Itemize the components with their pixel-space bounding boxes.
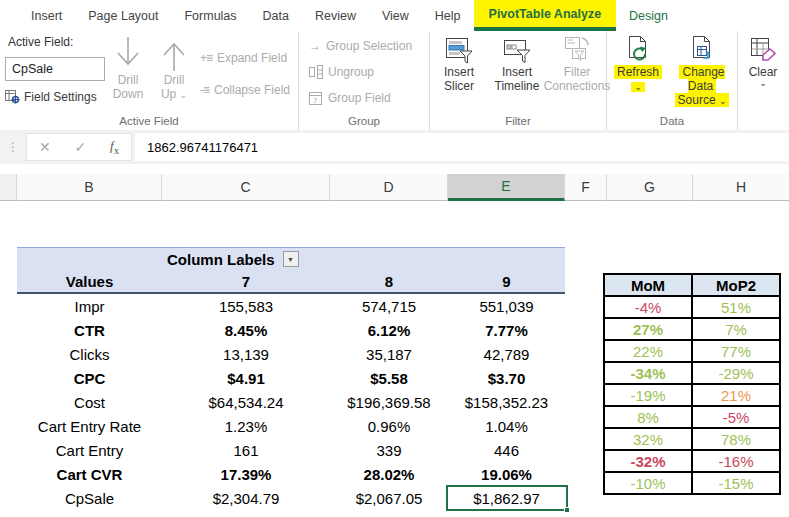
pivot-cell[interactable]: 1.23%: [162, 414, 330, 438]
delta-cell[interactable]: -10%: [604, 472, 692, 494]
pivot-cell[interactable]: 551,039: [448, 294, 565, 318]
delta-cell[interactable]: -4%: [604, 296, 692, 318]
selected-cell-outline[interactable]: [446, 485, 568, 511]
pivot-header-blank[interactable]: [17, 247, 162, 270]
delta-cell[interactable]: 32%: [604, 428, 692, 450]
pivot-cell[interactable]: 7.77%: [448, 318, 565, 342]
delta-cell[interactable]: 22%: [604, 340, 692, 362]
pivot-cell[interactable]: $5.58: [330, 366, 448, 390]
insert-function-icon[interactable]: fx: [110, 138, 119, 156]
delta-cell[interactable]: 7%: [692, 318, 780, 340]
tab-view[interactable]: View: [369, 0, 422, 31]
tab-insert[interactable]: Insert: [18, 0, 75, 31]
pivot-cell[interactable]: $196,369.58: [330, 390, 448, 414]
tab-formulas[interactable]: Formulas: [171, 0, 249, 31]
pivot-cell[interactable]: $158,352.23: [448, 390, 565, 414]
pivot-cell[interactable]: 13,139: [162, 342, 330, 366]
delta-cell[interactable]: 77%: [692, 340, 780, 362]
pivot-row-label[interactable]: Cost: [17, 390, 162, 414]
pivot-cell[interactable]: $2,067.05: [330, 486, 448, 510]
formula-bar: ⋮ ✕ ✓ fx 1862.96741176471: [0, 130, 789, 164]
expand-field-button: +≡ Expand Field: [200, 51, 287, 65]
pivot-row-label[interactable]: Cart Entry Rate: [17, 414, 162, 438]
insert-slicer-button[interactable]: Insert Slicer: [432, 35, 486, 93]
field-settings-button[interactable]: Field Settings: [5, 89, 97, 104]
column-header-D[interactable]: D: [330, 174, 448, 201]
change-data-source-button[interactable]: Change Data Source ⌄: [667, 35, 737, 107]
table-row: 22% 77%: [604, 340, 780, 362]
active-field-input[interactable]: [5, 57, 105, 81]
tab-page-layout[interactable]: Page Layout: [75, 0, 171, 31]
pivot-cell[interactable]: 17.39%: [162, 462, 330, 486]
pivot-col-key[interactable]: 9: [448, 270, 565, 294]
delta-header-mop2[interactable]: MoP2: [692, 274, 780, 296]
fill-handle[interactable]: [564, 507, 570, 513]
delta-cell[interactable]: -16%: [692, 450, 780, 472]
column-header-G[interactable]: G: [607, 174, 693, 201]
group-active-field: Active Field: Field Settings: [0, 31, 299, 130]
group-group: → Group Selection Ungroup 7: [299, 31, 430, 130]
pivot-cell[interactable]: 574,715: [330, 294, 448, 318]
pivot-cell[interactable]: 8.45%: [162, 318, 330, 342]
clear-button[interactable]: Clear ⌄: [741, 35, 785, 88]
pivot-col-key[interactable]: 8: [330, 270, 448, 294]
chevron-down-icon: ⌄: [719, 96, 727, 106]
pivot-cell[interactable]: $64,534.24: [162, 390, 330, 414]
pivot-cell[interactable]: 42,789: [448, 342, 565, 366]
pivot-cell[interactable]: 1.04%: [448, 414, 565, 438]
tab-data[interactable]: Data: [250, 0, 302, 31]
pivot-cell[interactable]: 6.12%: [330, 318, 448, 342]
drag-handle-icon[interactable]: ⋮: [0, 140, 26, 154]
delta-header-mom[interactable]: MoM: [604, 274, 692, 296]
pivot-cell[interactable]: $3.70: [448, 366, 565, 390]
pivot-cell[interactable]: $2,304.79: [162, 486, 330, 510]
insert-timeline-button[interactable]: Insert Timeline: [486, 35, 548, 93]
tab-help[interactable]: Help: [422, 0, 474, 31]
pivot-row-label[interactable]: Cart CVR: [17, 462, 162, 486]
clear-eraser-icon: [748, 35, 778, 65]
delta-cell[interactable]: -19%: [604, 384, 692, 406]
delta-cell[interactable]: 8%: [604, 406, 692, 428]
cancel-icon: ✕: [39, 139, 51, 155]
pivot-cell[interactable]: 446: [448, 438, 565, 462]
pivot-cell[interactable]: 155,583: [162, 294, 330, 318]
pivot-row-label[interactable]: CPC: [17, 366, 162, 390]
pivot-values-header[interactable]: Values: [17, 270, 162, 294]
pivot-column-labels-header[interactable]: Column Labels ▼: [162, 247, 565, 270]
tab-review[interactable]: Review: [302, 0, 369, 31]
column-header-B[interactable]: B: [17, 174, 162, 201]
delta-cell[interactable]: -34%: [604, 362, 692, 384]
tab-design[interactable]: Design: [616, 0, 681, 31]
delta-cell[interactable]: -32%: [604, 450, 692, 472]
refresh-button[interactable]: Refresh ⌄: [609, 35, 667, 93]
pivot-row-label[interactable]: Cart Entry: [17, 438, 162, 462]
column-header-F[interactable]: F: [565, 174, 607, 201]
pivot-cell[interactable]: $4.91: [162, 366, 330, 390]
chevron-down-icon: ⌄: [631, 82, 645, 92]
delta-cell[interactable]: -29%: [692, 362, 780, 384]
delta-cell[interactable]: -5%: [692, 406, 780, 428]
filter-dropdown-button[interactable]: ▼: [283, 251, 299, 267]
column-header-C[interactable]: C: [162, 174, 330, 201]
delta-cell[interactable]: 27%: [604, 318, 692, 340]
pivot-cell[interactable]: 339: [330, 438, 448, 462]
pivot-row-label[interactable]: Clicks: [17, 342, 162, 366]
pivot-cell[interactable]: 0.96%: [330, 414, 448, 438]
delta-cell[interactable]: -15%: [692, 472, 780, 494]
delta-cell[interactable]: 51%: [692, 296, 780, 318]
delta-cell[interactable]: 21%: [692, 384, 780, 406]
delta-cell[interactable]: 78%: [692, 428, 780, 450]
pivot-row-label[interactable]: Impr: [17, 294, 162, 318]
column-header-E-selected[interactable]: E: [448, 174, 565, 201]
pivot-cell[interactable]: 161: [162, 438, 330, 462]
group-data: Refresh ⌄ Change Data Source ⌄: [607, 31, 738, 130]
pivot-row-label[interactable]: CTR: [17, 318, 162, 342]
pivot-cell[interactable]: 19.06%: [448, 462, 565, 486]
pivot-row-label[interactable]: CpSale: [17, 486, 162, 510]
pivot-cell[interactable]: 28.02%: [330, 462, 448, 486]
column-header-H[interactable]: H: [693, 174, 789, 201]
pivot-cell[interactable]: 35,187: [330, 342, 448, 366]
tab-pivottable-analyze[interactable]: PivotTable Analyze: [474, 0, 617, 31]
pivot-col-key[interactable]: 7: [162, 270, 330, 294]
formula-input[interactable]: 1862.96741176471: [135, 133, 789, 161]
